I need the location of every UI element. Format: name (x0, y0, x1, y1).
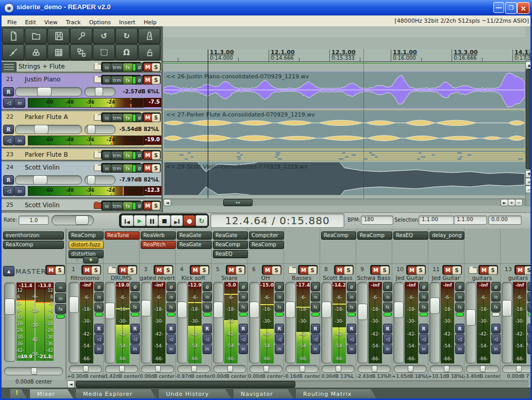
io-button[interactable]: io (102, 76, 111, 85)
solo-button[interactable]: S (200, 266, 209, 275)
fx-slot[interactable]: ReaComp (69, 231, 104, 240)
strip-fx-button[interactable]: fx (167, 303, 176, 312)
mixer-scrollbar-thumb[interactable] (76, 381, 295, 388)
strip-input-button[interactable]: in (455, 344, 464, 354)
transport-go-to-start-button[interactable]: ◀ (121, 215, 134, 226)
strip-fx-led[interactable] (131, 312, 139, 316)
fx-slot[interactable]: distort-fuzz (69, 241, 104, 249)
strip-input-button[interactable]: in (383, 344, 392, 354)
fx-slot[interactable]: Compciter (249, 231, 284, 240)
strip-fader-track[interactable] (357, 282, 368, 363)
strip-pan-slider[interactable] (177, 365, 210, 373)
mute-button[interactable]: M (82, 266, 92, 275)
strip-input-button[interactable]: in (347, 344, 356, 354)
strip-monitor-button[interactable]: ◁ (203, 334, 212, 344)
toolbar-envelope-mode-button[interactable] (2, 44, 24, 60)
strip-fader-track[interactable] (105, 282, 115, 363)
mute-button[interactable]: M (143, 76, 152, 85)
trim-button[interactable]: trm (111, 202, 123, 210)
strip-fader-track[interactable] (321, 282, 332, 363)
fx-slot[interactable]: eventhorizon (3, 231, 64, 240)
strip-fx-button[interactable]: fx (491, 303, 501, 312)
strip-pan-slider[interactable] (502, 365, 532, 373)
solo-button[interactable]: S (416, 266, 425, 275)
fx-slot[interactable]: ReaComp (321, 231, 356, 240)
transport-record-button[interactable] (183, 215, 195, 226)
strip-recarm-button[interactable]: R (94, 324, 104, 334)
strip-input-button[interactable]: in (275, 344, 284, 354)
strip-pan-handle[interactable] (155, 365, 161, 372)
volume-slider-handle[interactable] (33, 175, 47, 185)
strip-fx-button[interactable]: fx (130, 303, 140, 312)
strip-io-button[interactable]: io (347, 292, 356, 302)
media-item[interactable]: << 27-Parker Flute A-consolidated-070929… (163, 110, 525, 149)
strip-fader-track[interactable] (285, 282, 296, 363)
mute-button[interactable]: M (46, 266, 56, 275)
strip-fader-track[interactable] (141, 282, 152, 363)
fx-slot[interactable]: ReaGate (177, 231, 212, 240)
menu-item-file[interactable]: File (3, 18, 21, 27)
io-button[interactable]: io (102, 164, 111, 173)
strip-fader-handle[interactable] (69, 296, 79, 313)
master-pan-slider[interactable] (4, 367, 63, 375)
arrange-hzoom-in-button[interactable]: + (508, 199, 516, 206)
strip-fader-track[interactable] (393, 282, 404, 363)
monitor-button[interactable]: ◁ (3, 136, 14, 145)
toolbar-project-settings-button[interactable] (70, 28, 92, 44)
input-button[interactable]: in (14, 136, 25, 145)
strip-fader-track[interactable] (69, 282, 79, 363)
volume-slider-handle[interactable] (34, 125, 48, 134)
solo-button[interactable]: S (152, 151, 160, 160)
strip-fx-button[interactable]: fx (383, 303, 392, 312)
mute-button[interactable]: M (143, 164, 152, 173)
trim-button[interactable]: trm (111, 76, 123, 85)
transport-stop-button[interactable]: ■ (158, 215, 171, 226)
strip-pan-slider[interactable] (430, 365, 463, 373)
strip-fader-handle[interactable] (105, 303, 115, 319)
mute-button[interactable]: M (479, 266, 489, 275)
strip-recarm-button[interactable]: R (167, 324, 176, 334)
menu-item-help[interactable]: Help (140, 18, 161, 27)
master-fx-led[interactable] (56, 314, 65, 319)
toolbar-redo-button[interactable]: ↻ (115, 28, 138, 44)
strip-fx-button[interactable]: fx (275, 303, 284, 312)
strip-recarm-button[interactable]: R (491, 324, 501, 334)
strip-recarm-button[interactable]: R (311, 324, 320, 334)
strip-fx-led[interactable] (275, 312, 284, 316)
strip-monitor-button[interactable]: ◁ (347, 334, 356, 344)
strip-pan-handle[interactable] (336, 365, 341, 372)
mixer-scroll-left-button[interactable]: ◄ (67, 380, 75, 388)
strip-fx-led[interactable] (384, 312, 392, 316)
strip-recarm-button[interactable]: R (455, 324, 464, 334)
record-arm-button[interactable]: R (3, 175, 14, 185)
fx-button[interactable]: fx (123, 202, 133, 210)
volume-slider[interactable] (15, 125, 82, 134)
strip-recarm-button[interactable]: R (275, 324, 284, 334)
strip-fader-handle[interactable] (141, 300, 151, 316)
strip-fx-button[interactable]: fx (455, 303, 464, 312)
strip-fx-button[interactable]: fx (419, 303, 428, 312)
media-item[interactable]: << 29-Scott Violin-consolidated-070929_1… (163, 162, 525, 195)
strip-pan-handle[interactable] (191, 365, 197, 372)
strip-fader-handle[interactable] (358, 304, 368, 320)
strip-monitor-button[interactable]: ◁ (94, 334, 104, 344)
strip-pan-handle[interactable] (83, 365, 89, 372)
strip-fader-handle[interactable] (177, 302, 187, 318)
fx-slot[interactable]: ReaXcomp (3, 241, 64, 249)
volume-slider-handle[interactable] (37, 87, 52, 96)
strip-io-button[interactable]: io (203, 292, 212, 302)
fx-button[interactable]: fx (123, 76, 133, 85)
strip-fx-led[interactable] (492, 312, 500, 316)
master-stereo-button[interactable]: ∞ (55, 282, 66, 292)
strip-recarm-button[interactable]: R (383, 324, 392, 334)
strip-phase-button[interactable]: ø (311, 282, 320, 291)
mute-button[interactable]: M (143, 151, 152, 160)
strip-fader-handle[interactable] (286, 302, 295, 318)
rate-value[interactable]: 1.0 (19, 215, 49, 225)
toolbar-grid-settings-button[interactable] (47, 44, 70, 60)
mute-button[interactable]: M (227, 266, 236, 275)
strip-io-button[interactable]: io (239, 292, 248, 302)
folder-icon[interactable] (469, 268, 477, 274)
solo-button[interactable]: S (452, 266, 461, 275)
strip-io-button[interactable]: io (130, 292, 140, 302)
